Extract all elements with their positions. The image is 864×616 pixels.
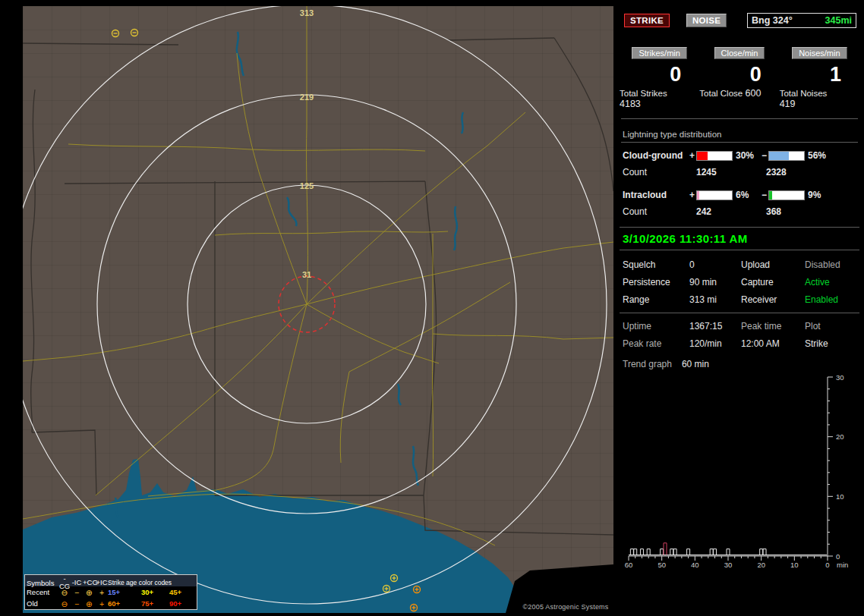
strike-legend: Symbols -CG -IC +CG +IC Strike age color… [24,574,197,610]
svg-text:30: 30 [836,373,844,382]
app-window: 31321912531 Symbols -CG -IC +CG +IC Stri… [0,0,864,616]
mode-toolbar: STRIKE NOISE Bng 324° 345mi [623,13,856,28]
bearing-label: Bng 324° [752,15,793,26]
total-strikes: Total Strikes 4183 [620,88,699,109]
cg-negative-pct: 56% [805,150,832,161]
svg-text:60: 60 [625,561,633,569]
stats-grid: Uptime 1367:15 Peak time Plot Peak rate … [620,313,859,355]
distribution-title: Lightning type distribution [621,130,858,143]
neg-ic-recent-icon: − [71,589,83,596]
legend-row-old: Old ⊖ − ⊕ + 60+ 75+ 90+ [25,598,197,609]
ic-negative-bar [768,190,805,200]
noises-per-min-chip[interactable]: Noises/min [792,47,847,59]
trend-window-value: 60 min [682,359,709,369]
svg-text:30: 30 [724,561,733,569]
uptime-label: Uptime [623,321,689,332]
copyright-label: ©2005 Astrogenic Systems [518,601,613,612]
pos-cg-old-icon: ⊕ [83,600,96,608]
age-30: 30+ [141,588,169,596]
close-per-min-value: 0 [750,63,780,86]
peak-rate-value: 120/min [689,338,741,349]
total-close: Total Close 600 [699,88,779,109]
cloud-ground-counts: Count 1245 2328 [623,167,858,178]
upload-status: Disabled [805,259,856,270]
strikes-per-min-chip[interactable]: Strikes/min [632,47,686,59]
persistence-value: 90 min [689,277,741,288]
upload-label: Upload [741,259,805,270]
strikes-per-min-value: 0 [670,63,699,86]
svg-text:125: 125 [300,181,314,190]
bearing-readout: Bng 324° 345mi [747,13,856,28]
cg-positive-bar [696,151,733,161]
neg-cg-recent-icon: ⊖ [58,589,71,596]
cg-negative-bar [768,151,805,161]
legend-row-label: Recent [27,588,58,596]
plot-value: Strike [805,338,856,349]
ic-negative-pct: 9% [805,190,832,200]
settings-grid: Squelch 0 Upload Disabled Persistence 90… [620,250,859,313]
bearing-range-value: 345mi [825,15,852,26]
legend-col-pos-ic: +IC [96,579,108,586]
legend-age-title: Strike age color codes [108,579,195,586]
capture-status: Active [805,277,856,288]
total-noises: Total Noises 419 [780,88,859,109]
peak-time-label: Peak time [741,321,805,332]
peak-time-value: 12:00 AM [741,338,805,349]
age-60: 60+ [108,599,141,608]
svg-text:31: 31 [302,270,311,279]
noises-per-min-value: 1 [830,63,859,86]
status-panel: STRIKE NOISE Bng 324° 345mi Strikes/min … [620,6,859,610]
svg-text:0: 0 [825,561,829,569]
datetime-display: 3/10/2026 11:30:11 AM [620,227,859,250]
age-90: 90+ [169,599,195,608]
plot-label: Plot [805,321,856,332]
capture-label: Capture [741,277,805,288]
cg-positive-count: 1245 [696,167,766,178]
range-value: 313 mi [689,294,741,305]
intracloud-counts: Count 242 368 [623,206,858,217]
legend-title: Symbols [27,579,58,587]
svg-text:50: 50 [657,561,666,569]
cg-positive-pct: 30% [733,150,760,161]
age-75: 75+ [141,599,169,608]
separator [621,118,858,119]
rate-values-row: 0 0 1 [620,63,859,86]
ic-positive-count: 242 [696,206,766,217]
cg-negative-count: 2328 [766,167,836,178]
svg-text:219: 219 [300,93,314,102]
squelch-value: 0 [689,259,741,270]
receiver-label: Receiver [741,294,805,305]
persistence-label: Persistence [623,277,689,288]
svg-text:40: 40 [691,561,699,569]
svg-text:313: 313 [300,8,314,17]
intracloud-row: Intracloud + 6% − 9% [623,190,858,200]
rate-chip-row: Strikes/min Close/min Noises/min [620,47,859,59]
ic-positive-pct: 6% [733,190,760,200]
squelch-label: Squelch [623,259,689,270]
legend-row-recent: Recent ⊖ − ⊕ + 15+ 30+ 45+ [25,586,197,598]
totals-row: Total Strikes 4183 Total Close 600 Total… [620,88,859,109]
cloud-ground-row: Cloud-ground + 30% − 56% [623,150,858,161]
svg-text:10: 10 [836,492,844,501]
noise-mode-button[interactable]: NOISE [686,14,727,27]
uptime-value: 1367:15 [689,321,741,332]
strike-mode-button[interactable]: STRIKE [624,14,670,27]
ic-negative-count: 368 [766,206,836,217]
receiver-status: Enabled [805,294,856,305]
map-canvas: 31321912531 [23,6,613,613]
legend-row-label: Old [27,599,58,608]
age-15: 15+ [108,588,141,596]
pos-ic-old-icon: + [96,600,108,608]
close-per-min-chip[interactable]: Close/min [714,47,765,59]
pos-cg-recent-icon: ⊕ [83,589,96,596]
map-view[interactable]: 31321912531 Symbols -CG -IC +CG +IC Stri… [23,6,613,613]
legend-col-pos-cg: +CG [83,579,96,586]
neg-cg-old-icon: ⊖ [58,600,71,608]
pos-ic-recent-icon: + [96,589,108,596]
svg-text:20: 20 [836,432,844,441]
age-45: 45+ [169,588,195,596]
svg-text:min: min [837,561,848,569]
neg-ic-old-icon: − [71,600,83,608]
svg-text:20: 20 [757,561,765,569]
range-label: Range [623,294,689,305]
